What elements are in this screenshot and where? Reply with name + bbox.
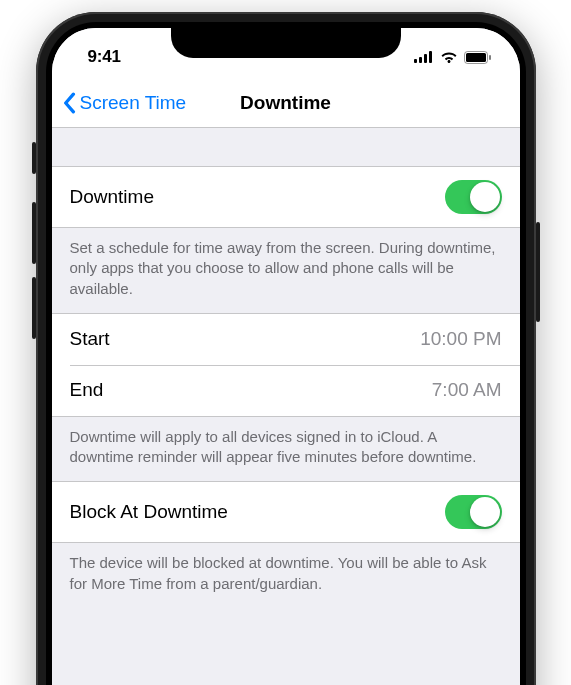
settings-content: Downtime Set a schedule for time away fr… — [52, 128, 520, 608]
start-value: 10:00 PM — [420, 328, 501, 350]
svg-rect-6 — [489, 55, 491, 60]
back-label: Screen Time — [80, 92, 187, 114]
start-time-row[interactable]: Start 10:00 PM — [52, 313, 520, 365]
end-value: 7:00 AM — [432, 379, 502, 401]
block-footer: The device will be blocked at downtime. … — [52, 543, 520, 608]
block-switch[interactable] — [445, 495, 502, 529]
svg-rect-3 — [429, 51, 432, 63]
chevron-left-icon — [62, 92, 76, 114]
phone-frame: 9:41 Screen Time — [36, 12, 536, 685]
downtime-footer: Set a schedule for time away from the sc… — [52, 228, 520, 313]
downtime-toggle-row[interactable]: Downtime — [52, 166, 520, 228]
end-time-row[interactable]: End 7:00 AM — [52, 365, 520, 417]
start-label: Start — [70, 328, 110, 350]
volume-up-button — [32, 202, 36, 264]
cellular-signal-icon — [414, 51, 434, 63]
end-label: End — [70, 379, 104, 401]
block-toggle-row[interactable]: Block At Downtime — [52, 481, 520, 543]
svg-rect-1 — [419, 57, 422, 63]
svg-rect-5 — [466, 53, 486, 62]
back-button[interactable]: Screen Time — [62, 92, 187, 114]
svg-rect-2 — [424, 54, 427, 63]
navigation-bar: Screen Time Downtime — [52, 78, 520, 128]
side-button — [536, 222, 540, 322]
status-time: 9:41 — [88, 47, 121, 67]
volume-down-button — [32, 277, 36, 339]
screen: 9:41 Screen Time — [52, 28, 520, 685]
downtime-switch[interactable] — [445, 180, 502, 214]
wifi-icon — [440, 51, 458, 63]
svg-rect-0 — [414, 59, 417, 63]
schedule-footer: Downtime will apply to all devices signe… — [52, 417, 520, 482]
notch — [171, 22, 401, 58]
status-icons — [414, 51, 492, 64]
ring-silent-switch — [32, 142, 36, 174]
battery-icon — [464, 51, 492, 64]
block-label: Block At Downtime — [70, 501, 228, 523]
downtime-label: Downtime — [70, 186, 154, 208]
